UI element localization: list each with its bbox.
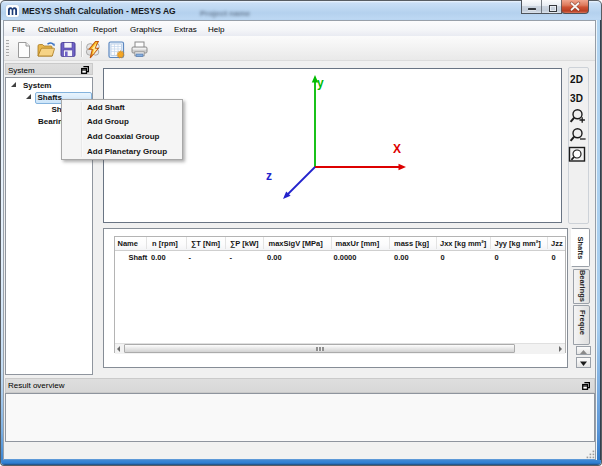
svg-text:y: y: [317, 76, 324, 90]
svg-text:z: z: [266, 169, 272, 183]
svg-text:X: X: [393, 142, 401, 156]
